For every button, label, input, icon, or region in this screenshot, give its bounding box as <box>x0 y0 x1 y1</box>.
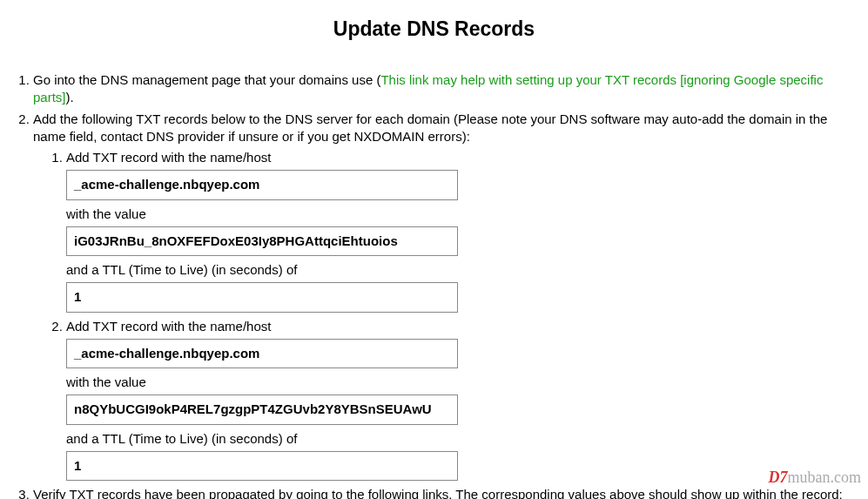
record-2-value: n8QYbUCGI9okP4REL7gzgpPT4ZGUvb2Y8YBSnSEU… <box>66 394 458 424</box>
main-steps-list: Go into the DNS management page that you… <box>9 71 859 499</box>
record-1-value: iG03JRnBu_8nOXFEFDoxE03Iy8PHGAttqciEhtuo… <box>66 226 458 256</box>
step-1-suffix: ). <box>66 90 74 105</box>
record-2-heading: Add TXT record with the name/host <box>66 319 271 334</box>
txt-records-sublist: Add TXT record with the name/host _acme-… <box>33 149 859 481</box>
step-1: Go into the DNS management page that you… <box>33 71 859 107</box>
record-2-ttl-value: 1 <box>66 451 458 481</box>
step-2-intro: Add the following TXT records below to t… <box>33 111 827 144</box>
record-1-value-label: with the value <box>66 206 859 223</box>
record-1-ttl-label: and a TTL (Time to Live) (in seconds) of <box>66 261 859 279</box>
step-3-text: Verify TXT records have been propagated … <box>33 487 843 499</box>
step-2: Add the following TXT records below to t… <box>33 111 859 482</box>
page-title: Update DNS Records <box>9 17 859 41</box>
txt-record-1: Add TXT record with the name/host _acme-… <box>66 149 859 313</box>
txt-record-2: Add TXT record with the name/host _acme-… <box>66 318 859 482</box>
record-1-heading: Add TXT record with the name/host <box>66 150 271 165</box>
record-1-ttl-value: 1 <box>66 282 458 312</box>
record-2-value-label: with the value <box>66 374 859 391</box>
record-1-block: _acme-challenge.nbqyep.com with the valu… <box>66 170 859 312</box>
record-2-ttl-label: and a TTL (Time to Live) (in seconds) of <box>66 430 859 448</box>
record-1-name-value: _acme-challenge.nbqyep.com <box>66 170 458 199</box>
page-container: Update DNS Records Go into the DNS manag… <box>0 0 868 499</box>
step-3: Verify TXT records have been propagated … <box>33 486 859 499</box>
record-2-name-value: _acme-challenge.nbqyep.com <box>66 339 458 368</box>
step-1-prefix: Go into the DNS management page that you… <box>33 72 380 87</box>
record-2-block: _acme-challenge.nbqyep.com with the valu… <box>66 339 859 481</box>
